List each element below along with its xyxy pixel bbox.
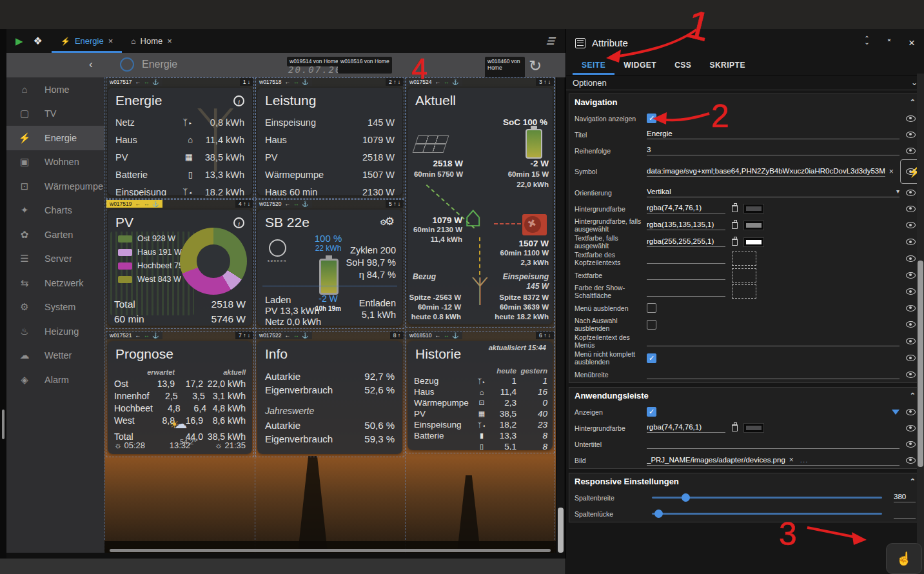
select-input[interactable]: Vertikal▾ bbox=[647, 188, 899, 197]
section-header[interactable]: Responsive Einstellungen ⌃ bbox=[569, 473, 921, 490]
pin-icon[interactable] bbox=[892, 410, 899, 415]
widget-id-badge[interactable]: w017521 ← ↔ ⚓ bbox=[106, 332, 162, 339]
trash-icon[interactable] bbox=[732, 222, 738, 229]
eye-icon[interactable] bbox=[906, 115, 916, 122]
eye-icon[interactable] bbox=[906, 288, 916, 295]
scrollbar-thumb[interactable] bbox=[918, 261, 923, 467]
eye-icon[interactable] bbox=[906, 206, 916, 212]
trash-icon[interactable] bbox=[732, 239, 738, 246]
text-input[interactable]: 3 bbox=[647, 146, 899, 155]
eye-icon[interactable] bbox=[906, 132, 916, 138]
sidebar-item[interactable]: ◈ Alarm bbox=[6, 368, 104, 392]
section-header[interactable]: Anwendungsleiste ⌃ bbox=[569, 388, 921, 404]
info-icon[interactable] bbox=[233, 95, 244, 106]
eye-icon[interactable] bbox=[906, 355, 916, 361]
left-scrollbar-thumb[interactable] bbox=[2, 410, 5, 439]
widget-pv[interactable]: w017519 ← ↔ ⚓ 4 ↑ ↓ PV Ost 928 W bbox=[106, 199, 254, 329]
browse-icon[interactable]: ... bbox=[800, 456, 809, 464]
tab-css[interactable]: CSS bbox=[665, 57, 700, 75]
color-input[interactable] bbox=[647, 254, 725, 264]
checkbox-unchecked[interactable] bbox=[647, 303, 656, 313]
color-swatch[interactable] bbox=[744, 221, 763, 230]
color-input[interactable]: rgba(74,74,76,1) bbox=[647, 204, 725, 213]
checkbox-checked[interactable] bbox=[647, 353, 656, 363]
color-input[interactable] bbox=[647, 270, 725, 280]
widget-energie[interactable]: w017517 ← ↔ ⚓ 1 ↓ ᛉ Energie Netz ᛉ▸ bbox=[106, 77, 254, 199]
widget-leistung[interactable]: w017518 ← ↔ ⚓ 2 ↑ ↓ Leistung Einspeisung… bbox=[255, 77, 404, 199]
color-input[interactable]: rgba(255,255,255,1) bbox=[647, 237, 725, 247]
eye-icon[interactable] bbox=[906, 371, 916, 378]
sidebar-item[interactable]: ⚙ System bbox=[6, 295, 104, 320]
slider-value[interactable]: 380 bbox=[894, 493, 916, 502]
layers-icon[interactable]: ❖ bbox=[34, 35, 43, 47]
widget-id-badge[interactable]: w017524 ← ↔ ⚓ bbox=[406, 78, 462, 86]
eye-icon[interactable] bbox=[906, 457, 916, 464]
sidebar-item[interactable]: ⇆ Netzwerk bbox=[6, 271, 104, 295]
eye-icon[interactable] bbox=[906, 168, 916, 175]
eye-icon[interactable] bbox=[906, 305, 916, 312]
widget-order-badge[interactable]: 7 ↑ ↓ bbox=[235, 332, 253, 339]
file-input[interactable]: _PRJ_NAME/images/adapter/devices.png × .… bbox=[647, 455, 899, 466]
view-tab-energie[interactable]: ⚡ Energie × bbox=[52, 29, 122, 53]
slider-thumb[interactable] bbox=[682, 493, 690, 502]
text-input[interactable] bbox=[647, 337, 899, 346]
sidebar-item[interactable]: ✿ Garten bbox=[6, 223, 104, 247]
eye-icon[interactable] bbox=[906, 190, 916, 196]
widget-id-badge[interactable]: w017517 ← ↔ ⚓ bbox=[106, 78, 162, 86]
slider-value[interactable] bbox=[894, 509, 916, 519]
checkbox-checked[interactable] bbox=[647, 407, 656, 417]
eye-icon[interactable] bbox=[906, 148, 916, 154]
eye-icon[interactable] bbox=[906, 338, 916, 344]
sidebar-item[interactable]: ☁ Wetter bbox=[6, 344, 104, 368]
widget-order-badge[interactable]: 4 ↑ ↓ bbox=[235, 200, 253, 208]
widget-overlay-label[interactable]: w018516 von Home bbox=[338, 57, 392, 74]
color-swatch[interactable] bbox=[744, 424, 763, 432]
sidebar-item[interactable]: ✦ Charts bbox=[6, 199, 104, 223]
widget-sb22e[interactable]: w017520 ← ↔ ⚓ 5 ↑ ↓ SB 22e ⚙⚙ sonnen 100… bbox=[255, 199, 404, 329]
color-swatch[interactable] bbox=[744, 204, 763, 213]
symbol-input[interactable]: data:image/svg+xml;base64,PHN2ZyB4bWxucz… bbox=[647, 167, 885, 177]
widget-id-badge[interactable]: w018510 ← ↔ ⚓ bbox=[406, 332, 462, 339]
widget-order-badge[interactable]: 3 ↑ ↓ bbox=[536, 78, 554, 86]
slider-thumb[interactable] bbox=[654, 510, 663, 518]
close-icon[interactable]: × bbox=[108, 36, 113, 46]
run-icon[interactable]: ▶ bbox=[15, 35, 23, 47]
trash-icon[interactable] bbox=[732, 424, 738, 431]
slider-track[interactable] bbox=[652, 513, 882, 515]
clear-icon[interactable]: × bbox=[789, 455, 794, 464]
eye-icon[interactable] bbox=[906, 255, 916, 262]
slider-track[interactable] bbox=[652, 497, 882, 499]
horizontal-scrollbar-thumb[interactable] bbox=[110, 549, 551, 552]
text-input[interactable]: Energie bbox=[647, 130, 899, 139]
collapse-menu-chevron[interactable]: ‹ bbox=[89, 58, 93, 71]
widget-historie[interactable]: w018510 ← ↔ ⚓ 6 ↑ ↓ aktualisiert 15:44 H… bbox=[406, 331, 555, 453]
eye-icon[interactable] bbox=[906, 239, 916, 245]
sidebar-item[interactable]: ⌂ Home bbox=[6, 77, 104, 102]
section-header[interactable]: Navigation ⌃ bbox=[569, 94, 921, 110]
info-icon[interactable] bbox=[233, 217, 244, 228]
tab-skripte[interactable]: SKRIPTE bbox=[700, 57, 754, 75]
view-tab-home[interactable]: ⌂ Home × bbox=[122, 29, 181, 53]
scrollbar-thumb[interactable] bbox=[558, 508, 564, 553]
sidebar-item[interactable]: ▢ TV bbox=[6, 102, 104, 126]
tab-widget[interactable]: WIDGET bbox=[614, 57, 665, 75]
eye-icon[interactable] bbox=[906, 441, 916, 448]
sidebar-item[interactable]: ☰ Server bbox=[6, 247, 104, 272]
eye-icon[interactable] bbox=[906, 222, 916, 228]
clear-icon[interactable]: × bbox=[889, 167, 894, 176]
widget-order-badge[interactable]: 2 ↑ ↓ bbox=[386, 78, 404, 86]
sidebar-item[interactable]: ⚡ Energie bbox=[6, 126, 104, 150]
close-icon[interactable]: × bbox=[909, 37, 915, 50]
widget-id-badge[interactable]: w017522 ← ↔ ⚓ bbox=[256, 332, 312, 339]
checkbox-unchecked[interactable] bbox=[647, 320, 656, 330]
widget-aktuell[interactable]: w017524 ← ↔ ⚓ 3 ↑ ↓ Aktuell SoC 100 % 25… bbox=[406, 77, 555, 328]
collapse-icon[interactable]: ⌄⌃ bbox=[887, 37, 892, 50]
eye-icon[interactable] bbox=[906, 409, 916, 415]
eye-icon[interactable] bbox=[906, 321, 916, 328]
widget-order-badge[interactable]: 1 ↓ bbox=[240, 78, 253, 86]
widget-prognose[interactable]: w017521 ← ↔ ⚓ 7 ↑ ↓ Prognose erwartet ak… bbox=[106, 331, 254, 457]
widget-order-badge[interactable]: 5 ↑ ↓ bbox=[386, 200, 404, 208]
text-input[interactable] bbox=[647, 439, 899, 449]
widget-id-badge[interactable]: w017518 ← ↔ ⚓ bbox=[256, 78, 312, 86]
touch-mode-button[interactable]: ☝ bbox=[886, 543, 922, 574]
